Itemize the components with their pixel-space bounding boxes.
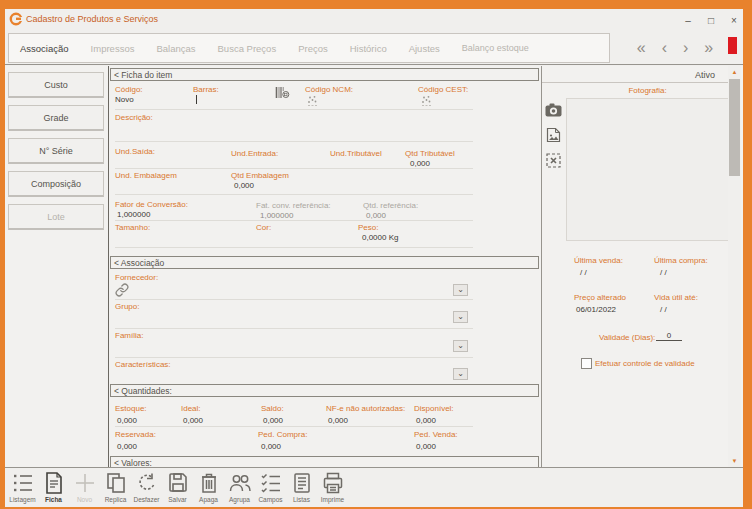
tab-historico[interactable]: Histórico	[339, 43, 398, 54]
section-valores[interactable]: < Valores:	[110, 456, 539, 467]
disponivel-label: Disponível:	[414, 404, 454, 413]
barras-label: Barras:	[193, 85, 219, 94]
nfe-nao-autorizadas-label: NF-e não autorizadas:	[326, 404, 405, 413]
grupo-dropdown[interactable]: ⌄	[453, 311, 468, 323]
preco-alterado-value: 06/01/2022	[576, 305, 616, 314]
fornecedor-dropdown[interactable]: ⌄	[453, 284, 468, 296]
toolbar-apaga-button[interactable]: Apaga	[193, 468, 224, 503]
window-inner: Cadastro de Produtos e Serviços – □ × As…	[5, 9, 743, 507]
vida-util-value: / /	[660, 305, 667, 314]
section-associacao[interactable]: < Associação	[110, 256, 539, 269]
trash-icon	[197, 471, 221, 495]
tab-balanco-estoque[interactable]: Balanço estoque	[451, 43, 513, 53]
ped-compra-label: Ped. Compra:	[258, 430, 307, 439]
ncm-label: Código NCM:	[305, 85, 353, 94]
validade-dias-input[interactable]: 0	[656, 331, 682, 341]
section-quantidades[interactable]: < Quantidades:	[110, 384, 539, 397]
photo-placeholder	[566, 98, 729, 241]
controle-validade-checkbox[interactable]	[581, 358, 592, 369]
toolbar-label: Apaga	[199, 496, 218, 503]
maximize-button[interactable]: □	[704, 15, 718, 26]
fat-conv-referencia-value: 1,000000	[260, 211, 293, 220]
ultima-venda-label: Última venda:	[574, 256, 623, 265]
qtd-embalagem-value: 0,000	[234, 181, 254, 190]
list-icon	[11, 471, 35, 495]
qtd-tributavel-value: 0,000	[410, 159, 430, 168]
cest-label: Código CEST:	[418, 85, 468, 94]
ideal-label: Ideal:	[181, 404, 201, 413]
toolbar-label: Salvar	[168, 496, 186, 503]
familia-dropdown[interactable]: ⌄	[453, 340, 468, 352]
codigo-value: Novo	[115, 95, 134, 104]
toolbar-listagem-button[interactable]: Listagem	[7, 468, 38, 503]
toolbar-label: Listas	[293, 496, 310, 503]
toolbar-label: Novo	[77, 496, 92, 503]
bottom-toolbar: Listagem Ficha Novo Replica Desfazer Sal…	[5, 467, 743, 507]
tab-impressos[interactable]: Impressos	[80, 43, 146, 54]
toolbar-label: Agrupa	[229, 496, 250, 503]
sidebar-item-custo[interactable]: Custo	[8, 72, 104, 98]
main-area: Custo Grade N° Série Composição Lote < F…	[5, 66, 743, 467]
minimize-button[interactable]: –	[681, 15, 695, 26]
ped-venda-value: 0,000	[416, 442, 436, 451]
section-ficha-do-item[interactable]: < Ficha do item	[110, 68, 539, 81]
tab-associacao[interactable]: Associação	[9, 43, 80, 54]
tab-busca-precos[interactable]: Busca Preços	[207, 43, 288, 54]
nfe-nao-autorizadas-value: 0,000	[328, 416, 348, 425]
ideal-value: 0,000	[183, 416, 203, 425]
tab-balancas[interactable]: Balanças	[145, 43, 206, 54]
ncm-lookup-icon[interactable]	[306, 95, 320, 108]
undo-icon	[135, 471, 159, 495]
record-status-indicator	[728, 37, 737, 54]
toolbar-desfazer-button[interactable]: Desfazer	[131, 468, 162, 503]
barcode-search-icon[interactable]	[275, 85, 290, 100]
toolbar-replica-button[interactable]: Replica	[100, 468, 131, 503]
tab-precos[interactable]: Preços	[287, 43, 339, 54]
toolbar-campos-button[interactable]: Campos	[255, 468, 286, 503]
qtd-embalagem-label: Qtd Embalagem	[231, 171, 289, 180]
toolbar-listas-button[interactable]: Listas	[286, 468, 317, 503]
toolbar-label: Replica	[105, 496, 127, 503]
document-icon	[42, 471, 66, 495]
familia-label: Família:	[115, 331, 143, 340]
close-button[interactable]: ×	[727, 15, 741, 26]
sidebar-item-grade[interactable]: Grade	[8, 105, 104, 131]
image-icon[interactable]	[544, 126, 562, 144]
fator-conversao-value: 1,000000	[117, 210, 150, 219]
toolbar-ficha-button[interactable]: Ficha	[38, 468, 69, 503]
cest-lookup-icon[interactable]	[420, 95, 434, 108]
scroll-down-icon[interactable]: ▼	[728, 458, 741, 464]
previous-record-button[interactable]: ‹	[662, 40, 667, 56]
toolbar-imprime-button[interactable]: Imprime	[317, 468, 348, 503]
sidebar-item-composicao[interactable]: Composição	[8, 171, 104, 197]
first-record-button[interactable]: «	[637, 40, 646, 56]
delete-image-icon[interactable]	[544, 151, 562, 169]
ultima-venda-value: / /	[580, 268, 587, 277]
tab-ajustes[interactable]: Ajustes	[398, 43, 451, 54]
und-embalagem-label: Und. Embalagem	[115, 171, 177, 180]
camera-icon[interactable]	[544, 101, 562, 119]
vertical-scrollbar[interactable]: ▲ ▼	[728, 66, 741, 467]
preco-alterado-label: Preço alterado	[574, 293, 626, 302]
qtd-referencia-value: 0,000	[366, 211, 386, 220]
record-navigation: « ‹ › »	[610, 33, 740, 63]
scrollbar-thumb[interactable]	[729, 79, 740, 176]
peso-value: 0,0000 Kg	[362, 233, 398, 242]
toolbar-salvar-button[interactable]: Salvar	[162, 468, 193, 503]
sidebar-item-serie[interactable]: N° Série	[8, 138, 104, 164]
toolbar-agrupa-button[interactable]: Agrupa	[224, 468, 255, 503]
qtd-referencia-label: Qtd. referência:	[363, 201, 418, 210]
next-record-button[interactable]: ›	[683, 40, 688, 56]
saldo-value: 0,000	[263, 416, 283, 425]
peso-label: Peso:	[358, 223, 378, 232]
caracteristicas-dropdown[interactable]: ⌄	[453, 368, 468, 380]
last-record-button[interactable]: »	[704, 40, 713, 56]
right-panel: Ativo Fotografia: Última venda: / / Últi…	[541, 66, 728, 467]
scroll-up-icon[interactable]: ▲	[728, 69, 741, 75]
reservada-value: 0,000	[117, 442, 137, 451]
tab-strip: Associação Impressos Balanças Busca Preç…	[5, 31, 743, 65]
fat-conv-referencia-label: Fat. conv. referência:	[256, 201, 331, 210]
link-icon[interactable]	[115, 283, 129, 297]
toolbar-novo-button: Novo	[69, 468, 100, 503]
barras-input[interactable]	[196, 95, 197, 104]
